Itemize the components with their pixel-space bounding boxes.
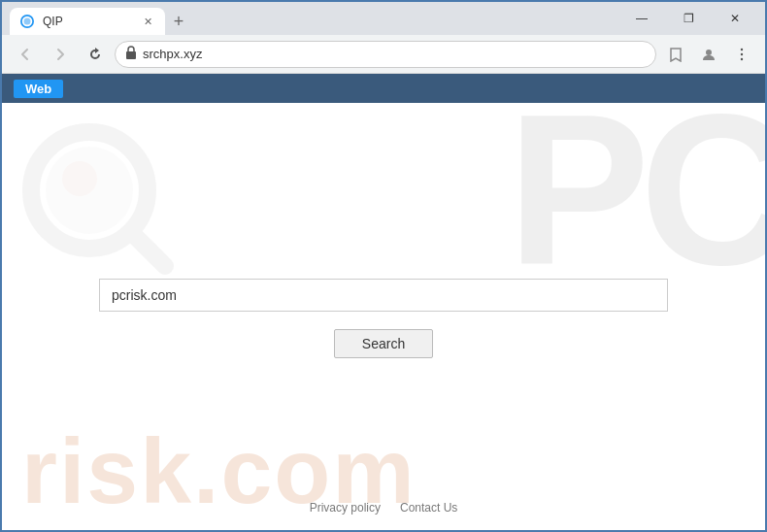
privacy-policy-link[interactable]: Privacy policy: [310, 501, 381, 515]
svg-point-5: [741, 52, 743, 54]
bookmark-button[interactable]: [660, 39, 691, 70]
window-controls: — ❐ ✕: [619, 2, 757, 35]
svg-point-7: [31, 132, 148, 249]
svg-rect-2: [126, 51, 136, 59]
contact-us-link[interactable]: Contact Us: [400, 501, 457, 515]
search-button[interactable]: Search: [334, 329, 433, 358]
svg-point-9: [62, 161, 97, 196]
url-text: srchpx.xyz: [143, 47, 646, 61]
svg-point-6: [741, 57, 743, 59]
address-bar[interactable]: srchpx.xyz: [115, 41, 656, 68]
nav-bar: srchpx.xyz: [2, 35, 765, 74]
menu-button[interactable]: [726, 39, 757, 70]
magnifier-watermark: [21, 122, 177, 278]
page-footer: Privacy policy Contact Us: [2, 501, 765, 515]
tab-close-button[interactable]: ✕: [140, 14, 155, 29]
back-button[interactable]: [10, 39, 41, 70]
svg-point-1: [24, 18, 31, 25]
maximize-button[interactable]: ❐: [666, 2, 711, 35]
active-tab[interactable]: QIP ✕: [10, 8, 165, 35]
profile-button[interactable]: [693, 39, 724, 70]
search-form: Search: [2, 279, 765, 358]
title-bar: QIP ✕ + — ❐ ✕: [2, 2, 765, 35]
search-input[interactable]: [99, 279, 668, 312]
forward-button[interactable]: [45, 39, 76, 70]
nav-right: [660, 39, 757, 70]
reload-button[interactable]: [80, 39, 111, 70]
svg-point-8: [46, 147, 133, 234]
toolbar: Web: [2, 74, 765, 103]
pc-watermark: PC: [507, 103, 765, 297]
svg-line-10: [133, 234, 165, 266]
close-button[interactable]: ✕: [713, 2, 757, 35]
svg-point-4: [741, 48, 743, 50]
minimize-button[interactable]: —: [619, 2, 664, 35]
web-tab-button[interactable]: Web: [14, 80, 63, 98]
tab-favicon: [19, 14, 35, 29]
lock-icon: [125, 46, 137, 62]
page-content: PC risk.com Search Privacy policy Contac…: [2, 103, 765, 532]
svg-point-3: [706, 50, 712, 55]
tab-area: QIP ✕ +: [10, 2, 614, 35]
new-tab-button[interactable]: +: [165, 8, 192, 35]
tab-title: QIP: [43, 15, 63, 28]
